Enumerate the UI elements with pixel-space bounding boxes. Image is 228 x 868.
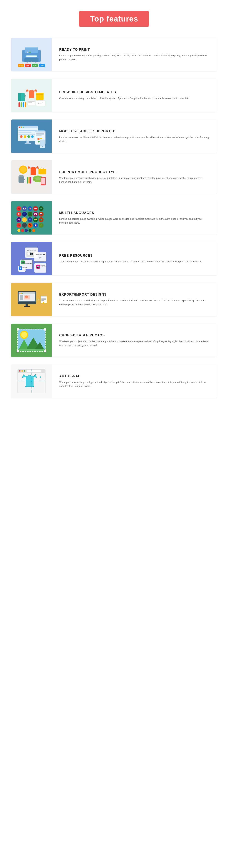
svg-point-166	[19, 370, 21, 372]
svg-point-174	[40, 376, 41, 378]
svg-rect-160	[17, 328, 19, 331]
svg-point-43	[20, 135, 23, 138]
feature-image-resources: UNSPLASH 📷 OPENCLIPART ✂ 📷 PIXABAY	[11, 242, 52, 275]
feature-desc: Lumise can run on mobile and tablet devi…	[59, 135, 210, 143]
svg-text:🇪🇺: 🇪🇺	[23, 213, 26, 215]
svg-text:JPG: JPG	[41, 65, 44, 67]
svg-rect-153	[41, 300, 44, 301]
svg-point-39	[23, 127, 24, 128]
feature-title: MULTI LANGUAGES	[59, 211, 210, 215]
feature-row: MOBILE & TABLET SUPPORTED Lumise can run…	[11, 120, 217, 153]
svg-rect-146	[26, 304, 28, 306]
svg-rect-4	[26, 56, 37, 57]
svg-rect-129	[34, 263, 46, 273]
svg-point-167	[22, 370, 23, 372]
svg-text:PNG: PNG	[33, 65, 37, 67]
feature-image-mobile	[11, 120, 52, 153]
feature-image-snap	[11, 365, 52, 398]
svg-text:→: →	[35, 297, 40, 303]
feature-content-templates: PRE-BUILT DESIGN TEMPLATES Create awesom…	[52, 85, 217, 106]
svg-text:🇺🇳: 🇺🇳	[29, 218, 31, 221]
svg-rect-71	[41, 178, 45, 184]
feature-row: SVG PDF PNG JPG READY TO PRINT Lumise su…	[11, 38, 217, 71]
svg-rect-161	[44, 328, 46, 331]
svg-point-46	[31, 135, 34, 138]
svg-text:🌿: 🌿	[40, 224, 42, 226]
svg-text:🇹🇷: 🇹🇷	[17, 207, 20, 210]
svg-text:🇸🇦: 🇸🇦	[40, 207, 42, 210]
feature-desc: Lumise support multi-output for printing…	[59, 54, 210, 62]
svg-text:🇩🇪: 🇩🇪	[29, 224, 31, 226]
svg-text:🇮🇳: 🇮🇳	[34, 218, 37, 221]
feature-title: CROP/EDITABLE PHOTOS	[59, 334, 210, 337]
feature-desc: Whatever your product, just have a place…	[59, 176, 210, 184]
templates-illustration: MARIO	[15, 81, 48, 110]
feature-title: PRE-BUILT DESIGN TEMPLATES	[59, 90, 210, 94]
feature-row: AUTO SNAP When you move a shape or layer…	[11, 365, 217, 398]
svg-point-142	[21, 293, 22, 294]
feature-title: AUTO SNAP	[59, 374, 210, 378]
svg-text:⚫: ⚫	[23, 224, 26, 226]
feature-image-export: →	[11, 283, 52, 316]
svg-point-7	[29, 52, 31, 53]
svg-rect-2	[25, 47, 38, 48]
svg-text:🇦🇹: 🇦🇹	[34, 207, 37, 210]
header-section: Top features	[0, 0, 228, 34]
svg-point-37	[19, 127, 20, 128]
feature-title: READY TO PRINT	[59, 48, 210, 52]
feature-row: → EXPORT/IMPORT DESIGNS Your customers c…	[11, 283, 217, 316]
feature-image-templates: MARIO	[11, 79, 52, 112]
feature-image-products	[11, 160, 52, 194]
feature-title: EXPORT/IMPORT DESIGNS	[59, 292, 210, 297]
page-title: Top features	[90, 14, 138, 23]
svg-rect-66	[30, 177, 31, 184]
svg-rect-162	[17, 350, 19, 352]
svg-rect-163	[44, 350, 46, 352]
svg-rect-151	[41, 298, 46, 299]
svg-text:🇳🇬: 🇳🇬	[40, 218, 42, 221]
svg-point-53	[37, 138, 40, 140]
svg-rect-169	[27, 370, 42, 372]
svg-rect-57	[40, 140, 45, 146]
svg-rect-3	[26, 56, 37, 56]
svg-rect-158	[17, 349, 45, 351]
svg-point-115	[29, 229, 32, 232]
svg-text:📷: 📷	[30, 252, 33, 255]
feature-desc: Your customer can get there already imag…	[59, 260, 210, 264]
svg-point-113	[21, 229, 24, 232]
features-container: SVG PDF PNG JPG READY TO PRINT Lumise su…	[0, 34, 228, 416]
svg-point-141	[20, 293, 21, 294]
feature-row: 🇹🇷 🇰🇷 🇺🇸 🇦🇹 🇸🇦 🇨🇦 🇪🇺 🇸🇦 🇯🇵 🇷🇺 🇬🇧 ⭐ �	[11, 201, 217, 235]
svg-point-63	[18, 175, 24, 177]
feature-row: SUPPORT MULTI PRODUCT TYPE Whatever your…	[11, 160, 217, 194]
feature-row: MARIO PRE-BUILT DESIGN TEMPLATES Create …	[11, 79, 217, 112]
svg-text:🇬🇧: 🇬🇧	[17, 218, 20, 221]
svg-point-116	[32, 229, 35, 232]
feature-image-ready-to-print: SVG PDF PNG JPG	[11, 38, 52, 71]
svg-rect-50	[35, 131, 45, 132]
svg-rect-27	[21, 102, 22, 107]
svg-rect-147	[24, 306, 30, 307]
svg-rect-41	[18, 132, 32, 133]
printer-illustration: SVG PDF PNG JPG	[15, 40, 48, 69]
feature-desc: Create awesome design templates to fit w…	[59, 96, 210, 100]
svg-rect-31	[28, 100, 35, 101]
feature-title: MOBILE & TABLET SUPPORTED	[59, 129, 210, 133]
svg-text:🇺🇸: 🇺🇸	[29, 207, 31, 210]
mobile-illustration	[15, 121, 48, 151]
svg-rect-47	[27, 141, 29, 143]
svg-point-58	[42, 146, 43, 147]
svg-rect-22	[21, 93, 25, 101]
svg-text:PIXABAY: PIXABAY	[26, 263, 32, 265]
svg-rect-21	[18, 93, 21, 101]
feature-content-products: SUPPORT MULTI PRODUCT TYPE Whatever your…	[52, 164, 217, 190]
feature-desc: When you move a shape or layers, it will…	[59, 380, 210, 388]
snap-illustration	[15, 366, 48, 396]
crop-illustration	[15, 326, 48, 355]
svg-text:PDF: PDF	[27, 65, 30, 67]
header-title-wrapper: Top features	[79, 11, 149, 27]
svg-text:🇯🇵: 🇯🇵	[34, 213, 37, 215]
svg-point-38	[21, 127, 22, 128]
svg-rect-40	[18, 130, 37, 131]
svg-point-44	[24, 135, 26, 138]
